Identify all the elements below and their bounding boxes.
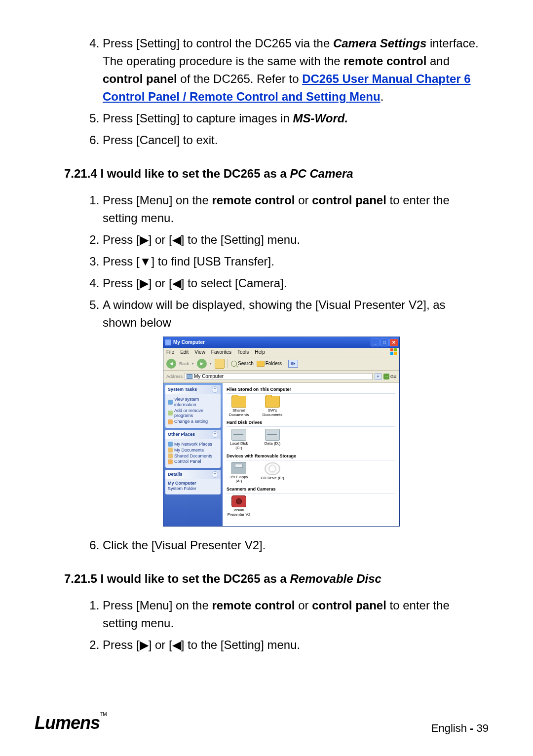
tasks-sidebar: System Tasks ⌃ View system information A… <box>163 383 223 526</box>
window-title: My Computer <box>173 340 205 345</box>
group-scanners-cameras: Scanners and Cameras <box>227 487 395 493</box>
fwd-chevron-icon[interactable]: ▾ <box>210 362 212 366</box>
address-bar: Address My Computer ▾ →Go <box>163 371 399 383</box>
page-number: English - 39 <box>431 720 489 736</box>
views-button[interactable]: ☰▾ <box>288 360 298 368</box>
camera-icon <box>231 495 246 507</box>
data-d-item[interactable]: Data (D:) <box>260 429 285 451</box>
s5-item-2: Press [▶] or [◀] to the [Setting] menu. <box>103 636 479 654</box>
collapse-icon[interactable]: ⌃ <box>212 386 218 393</box>
close-button[interactable]: ✕ <box>389 339 398 346</box>
section-7-21-4-heading: 7.21.4 I would like to set the DC265 as … <box>64 165 479 183</box>
other-places-header[interactable]: Other Places ⌃ <box>165 430 221 439</box>
s4-item-1: Press [Menu] on the remote control or co… <box>103 191 479 227</box>
back-chevron-icon[interactable]: ▾ <box>192 362 194 366</box>
menu-view[interactable]: View <box>194 349 205 355</box>
address-dropdown-icon[interactable]: ▾ <box>375 373 381 380</box>
menu-edit[interactable]: Edit <box>180 349 189 355</box>
hard-drive-icon <box>265 429 280 441</box>
folder-icon <box>257 361 265 367</box>
folder-icon <box>265 396 280 408</box>
floppy-icon <box>231 462 246 474</box>
instruction-list-continued: Press [Setting] to control the DC265 via… <box>84 35 479 149</box>
address-value: My Computer <box>194 374 224 379</box>
menu-bar: File Edit View Favorites Tools Help <box>163 348 399 357</box>
s4-item-6: Click the [Visual Presenter V2]. <box>103 536 479 554</box>
add-remove-icon <box>168 411 173 416</box>
documents-icon <box>168 448 173 453</box>
s4-item-2: Press [▶] or [◀] to the [Setting] menu. <box>103 231 479 249</box>
go-button[interactable]: →Go <box>383 374 396 379</box>
cd-icon <box>265 462 280 475</box>
window-body: System Tasks ⌃ View system information A… <box>163 383 399 526</box>
my-network-places-link[interactable]: My Network Places <box>168 442 218 447</box>
control-panel-link[interactable]: Control Panel <box>168 459 218 464</box>
change-setting-link[interactable]: Change a setting <box>168 419 218 424</box>
instruction-item-5: Press [Setting] to capture images in MS-… <box>103 110 479 127</box>
s5-item-1: Press [Menu] on the remote control or co… <box>103 597 479 632</box>
s4-item-4: Press [▶] or [◀] to select [Camera]. <box>103 274 479 292</box>
local-disk-c-item[interactable]: Local Disk (C:) <box>227 429 251 451</box>
my-computer-window: My Computer _ □ ✕ File Edit View Favorit… <box>163 337 400 527</box>
group-files-stored: Files Stored on This Computer <box>227 387 395 394</box>
details-panel: Details ⌃ My Computer System Folder <box>165 470 221 494</box>
toolbar-separator <box>228 359 228 368</box>
shared-documents-link[interactable]: Shared Documents <box>168 454 218 459</box>
system-tasks-header[interactable]: System Tasks ⌃ <box>165 385 221 394</box>
other-places-panel: Other Places ⌃ My Network Places My Docu… <box>165 430 221 468</box>
instruction-item-4: Press [Setting] to control the DC265 via… <box>103 35 479 106</box>
network-icon <box>168 442 173 447</box>
control-panel-icon <box>168 459 173 464</box>
section-7-21-5-list: Press [Menu] on the remote control or co… <box>84 597 479 654</box>
page-footer: Lumens TM English - 39 <box>35 710 489 736</box>
maximize-button[interactable]: □ <box>380 339 389 346</box>
menu-file[interactable]: File <box>166 349 174 355</box>
folder-icon <box>231 396 246 408</box>
explorer-main-pane: Files Stored on This Computer Shared Doc… <box>223 383 399 526</box>
my-documents-link[interactable]: My Documents <box>168 448 218 453</box>
back-button[interactable]: ◄ <box>166 359 176 369</box>
details-type: System Folder <box>168 486 218 491</box>
group-hard-disk: Hard Disk Drives <box>227 420 395 427</box>
search-button[interactable]: Search <box>231 361 254 367</box>
my-computer-small-icon <box>187 374 192 379</box>
page-content: Press [Setting] to control the DC265 via… <box>44 35 489 654</box>
sws-documents-item[interactable]: SW's Documents <box>260 396 285 417</box>
shared-documents-item[interactable]: Shared Documents <box>227 396 251 417</box>
system-tasks-panel: System Tasks ⌃ View system information A… <box>165 385 221 428</box>
lumens-logo: Lumens TM <box>35 710 106 736</box>
view-system-information-link[interactable]: View system information <box>168 397 218 408</box>
menu-tools[interactable]: Tools <box>237 349 249 355</box>
menu-favorites[interactable]: Favorites <box>211 349 231 355</box>
shared-docs-icon <box>168 454 173 458</box>
details-header[interactable]: Details ⌃ <box>165 470 221 479</box>
cd-drive-e-item[interactable]: CD Drive (E:) <box>260 462 285 484</box>
collapse-icon[interactable]: ⌃ <box>212 471 218 478</box>
window-titlebar[interactable]: My Computer _ □ ✕ <box>163 337 399 348</box>
search-icon <box>231 361 237 367</box>
section-7-21-4-list: Press [Menu] on the remote control or co… <box>84 191 479 332</box>
menu-help[interactable]: Help <box>255 349 265 355</box>
info-icon <box>168 400 173 405</box>
minimize-button[interactable]: _ <box>371 339 380 346</box>
settings-icon <box>168 419 173 424</box>
instruction-item-6: Press [Cancel] to exit. <box>103 131 479 149</box>
windows-logo-icon <box>390 348 397 355</box>
s4-item-3: Press [▼] to find [USB Transfer]. <box>103 253 479 270</box>
group-removable-storage: Devices with Removable Storage <box>227 454 395 460</box>
folders-button[interactable]: Folders <box>257 361 282 367</box>
up-button[interactable] <box>215 359 225 369</box>
toolbar: ◄ Back ▾ ► ▾ Search Folders ☰▾ <box>163 357 399 371</box>
forward-button[interactable]: ► <box>197 359 207 369</box>
visual-presenter-v2-item[interactable]: Visual Presenter V2 <box>227 495 251 517</box>
add-remove-programs-link[interactable]: Add or remove programs <box>168 408 218 419</box>
hard-drive-icon <box>231 429 246 441</box>
go-arrow-icon: → <box>383 374 389 379</box>
back-label: Back <box>179 361 189 367</box>
s4-item-5: A window will be displayed, showing the … <box>103 296 479 332</box>
collapse-icon[interactable]: ⌃ <box>212 431 218 438</box>
manual-page: Press [Setting] to control the DC265 via… <box>0 0 533 756</box>
address-input[interactable]: My Computer <box>185 373 373 380</box>
floppy-a-item[interactable]: 3½ Floppy (A:) <box>227 462 251 484</box>
section-7-21-5-heading: 7.21.5 I would like to set the DC265 as … <box>64 570 479 588</box>
